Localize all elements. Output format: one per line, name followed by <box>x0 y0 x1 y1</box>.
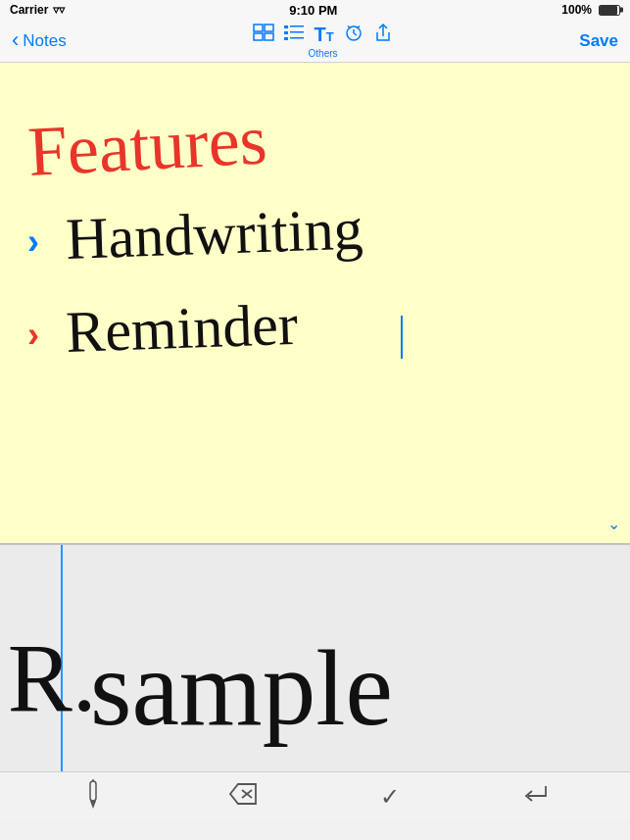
grid-icon[interactable] <box>253 24 274 46</box>
svg-rect-6 <box>284 31 288 34</box>
svg-text:sample: sample <box>90 629 393 748</box>
carrier-label: Carrier <box>10 3 48 17</box>
svg-rect-3 <box>265 33 273 40</box>
bottom-toolbar: ✓ <box>0 771 630 820</box>
return-button[interactable] <box>507 774 565 819</box>
wifi-icon: ▿▿ <box>53 3 65 17</box>
svg-rect-23 <box>90 781 96 801</box>
svg-rect-4 <box>284 25 288 28</box>
return-icon <box>522 782 550 812</box>
status-right: 100% <box>561 3 620 17</box>
svg-text:›: › <box>27 315 39 355</box>
delete-icon <box>228 782 258 812</box>
chevron-left-icon: ‹ <box>12 29 19 51</box>
handwriting-svg: R. sample <box>0 545 630 771</box>
alarm-icon[interactable] <box>344 23 363 47</box>
note-content-svg: Features › Handwriting › Reminder <box>0 63 630 543</box>
battery-pct-label: 100% <box>561 3 592 17</box>
list-icon[interactable] <box>284 24 304 46</box>
svg-rect-2 <box>254 33 263 40</box>
share-icon[interactable] <box>373 23 393 47</box>
svg-marker-24 <box>90 801 96 809</box>
check-icon: ✓ <box>380 783 400 811</box>
svg-rect-5 <box>290 25 304 27</box>
others-label: Others <box>309 48 338 59</box>
svg-rect-7 <box>290 31 304 33</box>
svg-rect-1 <box>265 25 273 31</box>
svg-text:Features: Features <box>26 100 269 191</box>
text-size-icon[interactable]: TT <box>314 24 333 46</box>
check-button[interactable]: ✓ <box>364 775 415 818</box>
note-area[interactable]: Features › Handwriting › Reminder ⌄ <box>0 63 630 543</box>
status-bar: Carrier ▿▿ 9:10 PM 100% <box>0 0 630 20</box>
pen-icon <box>80 779 106 815</box>
nav-center-toolbar: TT Others <box>253 23 392 59</box>
nav-bar: ‹ Notes <box>0 20 630 63</box>
save-button[interactable]: Save <box>579 31 618 51</box>
svg-text:Reminder: Reminder <box>65 292 299 365</box>
back-label: Notes <box>23 31 66 51</box>
collapse-indicator[interactable]: ⌄ <box>607 515 620 533</box>
svg-text:Handwriting: Handwriting <box>65 196 363 272</box>
back-button[interactable]: ‹ Notes <box>12 31 67 51</box>
handwriting-area[interactable]: R. sample <box>0 543 630 771</box>
svg-line-12 <box>354 33 357 35</box>
battery-icon <box>599 5 620 16</box>
delete-button[interactable] <box>213 774 273 819</box>
svg-text:R.: R. <box>8 624 97 731</box>
status-left: Carrier ▿▿ <box>10 3 65 17</box>
pen-button[interactable] <box>65 771 121 822</box>
status-time: 9:10 PM <box>289 3 337 18</box>
svg-text:›: › <box>27 222 39 262</box>
svg-rect-9 <box>290 37 304 39</box>
svg-rect-0 <box>254 25 263 31</box>
svg-rect-8 <box>284 37 288 40</box>
